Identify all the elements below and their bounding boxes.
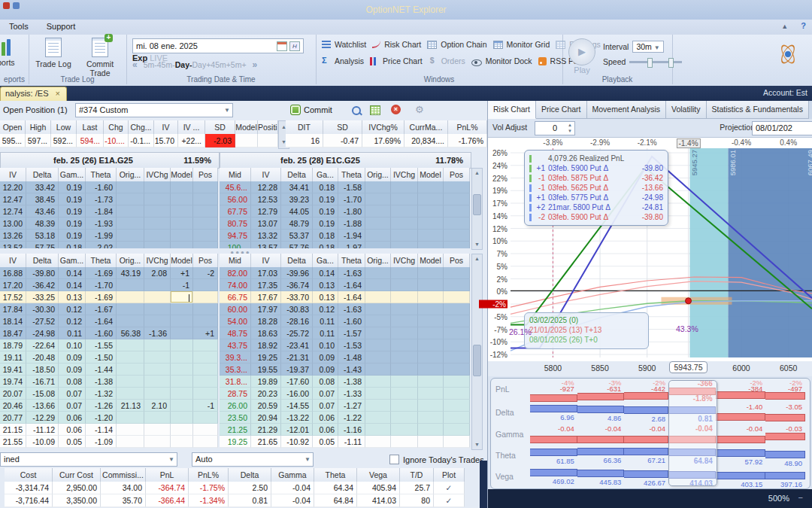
option-row[interactable]: 20.46-13.660.07-1.2621.132.10-1 [0,400,218,412]
option-row[interactable]: 26.0020.59-14.550.07-1.27 [220,400,470,412]
column-header[interactable]: Ga... [313,168,338,182]
option-row[interactable]: 13.5257.750.18-2.02 [0,242,218,248]
column-header[interactable]: Model [235,120,258,135]
step-back-icon[interactable]: « [132,59,138,70]
column-header[interactable]: Mid [220,168,251,182]
column-header[interactable]: Plot [434,468,465,482]
combined-select[interactable]: ined▼ [0,452,177,467]
commit-trade-button[interactable]: Commit Trade [77,38,123,78]
option-row[interactable]: 13.2653.180.19-1.99 [0,230,218,242]
column-header[interactable]: IVChg [144,254,171,268]
vol-adjust-input[interactable]: 0▲▼ [535,121,575,135]
option-row[interactable]: 18.14-27.520.12-1.64 [0,315,218,327]
interval-select[interactable]: 30m ▼ [632,41,663,53]
column-header[interactable]: Model [171,168,193,182]
option-row[interactable]: 56.0012.5339.230.19-1.70 [220,193,470,205]
time-step-button[interactable]: 5m- [144,60,157,69]
settings-gear-icon[interactable]: ⚙ [415,104,424,115]
column-header[interactable]: SD [323,120,362,135]
column-header[interactable]: PnL [146,468,189,482]
column-header[interactable]: IVChg [391,168,418,182]
option-row[interactable]: 19.2521.65-10.920.05-1.11 [220,436,470,448]
zoom-out-icon[interactable]: − [798,493,803,502]
option-row[interactable]: 18.47-24.980.11-1.6056.38-1.36+1 [0,327,218,339]
option-row[interactable]: 20.77-12.290.06-1.20 [0,412,218,424]
history-icon[interactable]: H [289,41,300,51]
column-header[interactable]: Low [51,120,77,135]
menu-item[interactable]: Tools [0,20,38,33]
step-forward-icon[interactable]: » [253,59,258,70]
expiration-header-right[interactable]: feb. 25 (28) E1C.G25 11.78% [220,152,471,169]
option-row[interactable]: 39.3...19.25-21.310.09-1.48 [220,351,470,364]
column-header[interactable]: Gam... [59,254,86,268]
option-row[interactable]: 54.0018.28-28.160.11-1.60 [220,315,470,327]
trading-date-field[interactable]: mi. 08 ene. 2025 H [132,38,304,53]
window-toggle-button[interactable]: Price Chart [367,54,426,68]
column-header[interactable]: Gamma [271,468,314,482]
option-row[interactable]: 94.7513.3253.370.18-1.94 [220,230,470,242]
table-row[interactable]: 595...597...592...594...-10....-0.1...15… [0,134,278,148]
tab-close-icon[interactable]: × [56,89,60,98]
column-header[interactable]: Pos [444,168,470,182]
option-row[interactable]: 12.7443.460.19-1.84 [0,205,218,217]
option-row[interactable]: 66.7517.67-33.700.13-1.64 [220,291,470,303]
column-header[interactable]: IV [154,120,178,135]
column-header[interactable]: Orig... [365,254,391,268]
window-toggle-button[interactable]: Orders [426,54,468,68]
window-toggle-button[interactable]: Monitor Grid [490,38,553,51]
option-row[interactable]: 17.20-36.420.14-1.70-1 [0,279,218,291]
option-row[interactable]: 31.8...19.89-17.600.08-1.38 [220,376,470,388]
close-position-icon[interactable]: × [391,105,401,114]
column-header[interactable]: Open [0,120,26,135]
column-header[interactable]: Delta [281,168,313,182]
window-toggle-button[interactable]: Watchlist [319,38,369,51]
column-header[interactable]: Pos [444,254,470,268]
option-row[interactable]: 60.0017.97-30.830.12-1.63 [220,303,470,315]
option-row[interactable]: 67.7512.7944.050.19-1.80 [220,205,470,217]
trade-log-button[interactable]: Trade Log [30,38,77,68]
play-button[interactable]: ▶ [568,38,595,65]
column-header[interactable]: Ga... [313,254,338,268]
column-header[interactable]: Delta [26,254,59,268]
column-header[interactable]: Chg... [129,120,154,135]
option-row[interactable]: 17.84-30.300.12-1.67 [0,303,218,315]
column-header[interactable]: CurrMa... [404,120,448,135]
option-row[interactable]: 18.79-22.640.10-1.55 [0,339,218,351]
column-header[interactable]: Cost [5,468,53,482]
column-header[interactable]: Delta [281,254,313,268]
window-toggle-button[interactable]: Analysis [319,54,367,68]
option-row[interactable]: 20.07-15.080.07-1.32 [0,388,218,400]
time-step-button[interactable]: 5m+ [231,60,247,69]
option-row[interactable]: 17.52-33.250.13-1.69 [0,291,218,303]
risk-panel-tab[interactable]: Movement Analysis [587,101,666,119]
column-header[interactable]: Positi... [258,120,278,135]
column-header[interactable]: Vega [357,468,400,482]
auto-select[interactable]: Auto▼ [192,452,314,467]
column-header[interactable]: Model [171,254,193,268]
time-step-button[interactable]: 45m- [157,60,175,69]
column-header[interactable]: IV [251,254,281,268]
column-header[interactable]: Theta [338,168,365,182]
column-header[interactable]: Mid [220,254,251,268]
option-row[interactable]: 19.41-18.500.09-1.44 [0,364,218,376]
window-toggle-button[interactable]: Risk Chart [369,38,424,51]
option-row[interactable]: 23.5020.94-13.220.06-1.22 [220,412,470,424]
option-row[interactable]: 13.0048.390.19-1.93 [0,217,218,230]
option-row[interactable]: 12.2033.420.19-1.60 [0,181,218,193]
totals-row[interactable]: -3,314.742,950.0034.00-364.74-1.75%2.50-… [5,482,465,494]
column-header[interactable]: Delta [229,468,271,482]
column-header[interactable]: PnL% [448,120,487,135]
column-header[interactable]: Last [77,120,104,135]
column-header[interactable]: Gam... [59,168,86,182]
column-header[interactable]: DIT [286,120,323,135]
time-step-button[interactable]: Day+ [192,60,211,69]
calendar-icon[interactable] [277,41,287,51]
option-row[interactable]: 43.7518.92-23.410.10-1.53 [220,339,470,351]
ignore-trades-checkbox[interactable]: Ignore Today's Trades [389,455,484,464]
column-header[interactable]: IV [0,168,26,182]
commit-button[interactable]: Commit [286,103,337,117]
option-row[interactable]: 21.2521.29-12.010.06-1.16 [220,424,470,436]
option-row[interactable]: 21.15-11.120.06-1.14 [0,424,218,436]
time-step-button[interactable]: Day- [175,60,192,69]
column-header[interactable]: Orig... [365,168,391,182]
